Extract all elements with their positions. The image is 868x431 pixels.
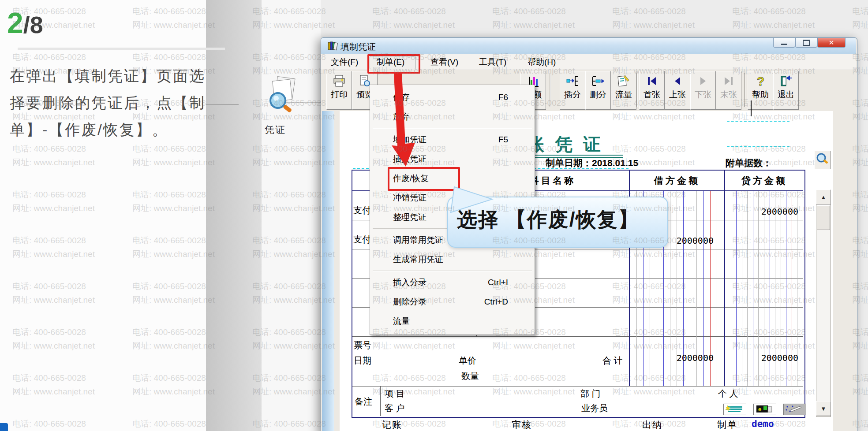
- menu-item-label: 保存: [393, 88, 410, 107]
- menu-item-增加凭证[interactable]: 增加凭证F5: [371, 130, 534, 149]
- text-caret: [751, 100, 752, 116]
- toolbar-button-3[interactable]: 插分: [560, 71, 585, 110]
- toolbar-button-0[interactable]: 打印: [326, 71, 352, 110]
- watermark-tile: 电话: 400-665-0028网址: www.chanjet.net: [732, 4, 815, 32]
- close-button[interactable]: ✕: [817, 38, 846, 48]
- help-icon: ?: [754, 74, 767, 88]
- table-line: [352, 386, 803, 386]
- header-debit: 借方金额: [630, 175, 724, 187]
- menu-item-插入凭证[interactable]: 插入凭证: [371, 149, 534, 169]
- close-icon: ✕: [829, 39, 834, 47]
- toolbar-separator: [636, 73, 638, 107]
- toolbar-button-11[interactable]: 退出: [773, 71, 799, 110]
- toolbar-button-4[interactable]: 删分: [585, 71, 611, 110]
- preparer-name: demo: [752, 419, 774, 429]
- voucher-query-icon[interactable]: [263, 75, 298, 119]
- field-customer: 客 户: [385, 402, 405, 414]
- field-date: 日期: [354, 355, 371, 367]
- menu-item-accel: F6: [498, 88, 508, 107]
- toolbar-button-label: 流量: [611, 89, 636, 100]
- instruction-line: 在弹出【填制凭证】页面选: [10, 66, 204, 88]
- input-method-icon[interactable]: e: [753, 404, 776, 415]
- menubar-item-help[interactable]: 帮助(H): [524, 56, 559, 68]
- field-clerk: 业务员: [581, 402, 608, 414]
- maximize-icon: [803, 40, 810, 46]
- voucher-no-field[interactable]: [727, 146, 789, 147]
- toolbar-button-label: 退出: [774, 89, 798, 100]
- voucher-query-icon-label: 凭证: [265, 123, 300, 137]
- total-credit: 2000000: [725, 353, 798, 363]
- magnifier-button[interactable]: [814, 151, 831, 169]
- menu-item-删除分录[interactable]: 删除分录Ctrl+D: [371, 292, 534, 312]
- tutorial-divider: [18, 48, 225, 50]
- sig-auditor: 审核: [512, 419, 532, 431]
- sig-b: 记账: [382, 419, 402, 431]
- menu-item-accel: Ctrl+D: [484, 292, 508, 312]
- instruction-line: 择要删除的凭证后，点【制: [10, 93, 204, 115]
- attached-docs-label: 附单据数：: [726, 157, 772, 169]
- voucher-no-field[interactable]: [727, 121, 789, 122]
- step-indicator: 2/8: [7, 6, 43, 40]
- field-project: 项 目: [385, 388, 405, 400]
- row-summary[interactable]: 支付: [353, 234, 371, 245]
- menu-item-accel: F5: [498, 130, 508, 149]
- voucher-lines-icon[interactable]: [723, 404, 746, 415]
- menu-item-保存[interactable]: 保存F6: [371, 88, 534, 107]
- highlight-box-void-restore: [388, 167, 460, 191]
- toolbar-button-5[interactable]: 流量: [611, 71, 636, 110]
- toolbar-separator: [550, 73, 551, 107]
- toolbar-button-label: 下张: [691, 89, 715, 100]
- toolbar-button-label: 首张: [640, 89, 664, 100]
- tutorial-panel: [0, 0, 206, 431]
- menu-item-插入分录[interactable]: 插入分录Ctrl+I: [371, 273, 534, 292]
- ledger-line: [717, 191, 717, 386]
- menu-item-流量[interactable]: 流量: [371, 312, 534, 331]
- scroll-down-icon[interactable]: ▼: [816, 401, 831, 416]
- background-divider: [206, 104, 239, 105]
- menu-item-label: 冲销凭证: [393, 188, 427, 208]
- row-credit-amount[interactable]: 2000000: [725, 206, 798, 217]
- minimize-button[interactable]: [773, 38, 795, 48]
- left-accent-strip: [322, 111, 334, 431]
- total-debit: 2000000: [630, 353, 714, 363]
- field-note: 备注: [355, 396, 372, 408]
- prev-page-icon: [671, 74, 684, 88]
- menu-item-放弃[interactable]: 放弃: [371, 107, 534, 126]
- watermark-tile: 电话: 400-665-0028网址: www.chanjet.net: [492, 4, 575, 32]
- total-label: 合 计: [602, 355, 623, 367]
- instruction-line: 单】-【作废/恢复】。: [10, 120, 204, 142]
- row-summary[interactable]: 支付: [353, 204, 371, 216]
- scroll-up-icon[interactable]: ▲: [816, 189, 831, 204]
- menubar-item-file[interactable]: 文件(F): [327, 56, 362, 68]
- field-dept: 部 门: [580, 388, 601, 400]
- maximize-button[interactable]: [795, 38, 817, 48]
- menu-item-label: 删除分录: [393, 292, 427, 312]
- menu-item-label: 增加凭证: [393, 130, 427, 149]
- menu-separator: [373, 271, 532, 271]
- menubar-item-tools[interactable]: 工具(T): [475, 56, 510, 68]
- toolbar-button-7[interactable]: 上张: [665, 71, 690, 110]
- menu-item-label: 调用常用凭证: [393, 230, 443, 250]
- window-icon: [327, 41, 338, 53]
- wand-icon[interactable]: [783, 404, 806, 415]
- menu-item-label: 流量: [393, 312, 410, 331]
- menu-item-label: 整理凭证: [393, 208, 427, 227]
- menu-item-label: 生成常用凭证: [393, 250, 443, 269]
- voucher-date-value: 2018.01.15: [592, 158, 638, 168]
- taskbar-chip: [0, 423, 8, 431]
- toolbar-button-label: 末张: [716, 89, 741, 100]
- first-page-icon: [645, 74, 658, 88]
- toolbar-button-6[interactable]: 首张: [639, 71, 665, 110]
- menu-item-accel: Ctrl+I: [488, 273, 508, 292]
- toolbar-button-label: 插分: [560, 89, 585, 100]
- watermark-tile: 电话: 400-665-0028网址: www.chanjet.net: [372, 4, 455, 32]
- watermark-tile: 电话: 400-665-0028网址: www.chanjet.net: [852, 4, 868, 32]
- menubar-item-view[interactable]: 查看(V): [427, 56, 462, 68]
- flow-icon: [617, 74, 630, 88]
- toolbar-button-label: 删分: [586, 89, 610, 100]
- menu-item-生成常用凭证[interactable]: 生成常用凭证: [371, 250, 534, 269]
- desktop-strip: [206, 0, 262, 431]
- voucher-date: 制单日期：2018.01.15: [546, 157, 638, 169]
- highlight-box-zhidan: [367, 54, 420, 74]
- scrollbar-thumb[interactable]: [817, 205, 830, 230]
